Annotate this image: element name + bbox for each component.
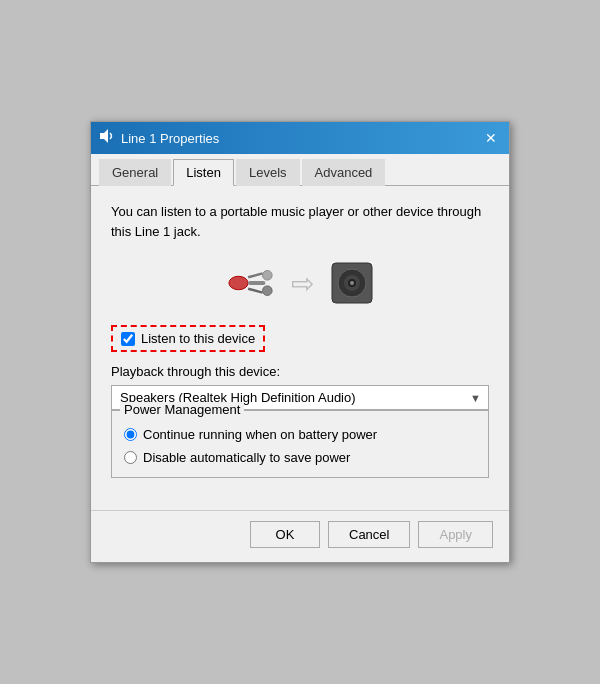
svg-line-6 — [248, 289, 262, 293]
tab-bar: General Listen Levels Advanced — [91, 154, 509, 186]
power-management-group: Power Management Continue running when o… — [111, 410, 489, 478]
listen-label[interactable]: Listen to this device — [141, 331, 255, 346]
svg-rect-2 — [248, 281, 265, 285]
speaker-icon — [330, 261, 374, 305]
radio-save[interactable] — [124, 451, 137, 464]
dialog-window: Line 1 Properties ✕ General Listen Level… — [90, 121, 510, 563]
listen-checkbox-row: Listen to this device — [111, 325, 265, 352]
svg-point-3 — [262, 271, 272, 281]
tab-general[interactable]: General — [99, 159, 171, 186]
power-management-legend: Power Management — [120, 402, 244, 417]
audio-plug-icon — [227, 263, 275, 303]
title-bar: Line 1 Properties ✕ — [91, 122, 509, 154]
tab-content: You can listen to a portable music playe… — [91, 186, 509, 510]
apply-button[interactable]: Apply — [418, 521, 493, 548]
tab-listen[interactable]: Listen — [173, 159, 234, 186]
svg-line-5 — [248, 273, 262, 277]
tab-levels[interactable]: Levels — [236, 159, 300, 186]
description-text: You can listen to a portable music playe… — [111, 202, 489, 241]
listen-checkbox[interactable] — [121, 332, 135, 346]
cancel-button[interactable]: Cancel — [328, 521, 410, 548]
tab-advanced[interactable]: Advanced — [302, 159, 386, 186]
title-bar-icon — [99, 128, 115, 148]
radio-battery-label[interactable]: Continue running when on battery power — [143, 427, 377, 442]
radio-battery[interactable] — [124, 428, 137, 441]
svg-point-4 — [262, 286, 272, 296]
button-row: OK Cancel Apply — [91, 510, 509, 562]
icon-row: ⇨ — [111, 261, 489, 305]
svg-point-1 — [228, 276, 247, 289]
playback-label: Playback through this device: — [111, 364, 489, 379]
svg-marker-0 — [100, 129, 108, 143]
radio-battery-row: Continue running when on battery power — [124, 427, 476, 442]
arrow-icon: ⇨ — [291, 267, 314, 300]
radio-save-row: Disable automatically to save power — [124, 450, 476, 465]
dialog-title: Line 1 Properties — [121, 131, 481, 146]
radio-save-label[interactable]: Disable automatically to save power — [143, 450, 350, 465]
close-button[interactable]: ✕ — [481, 128, 501, 148]
svg-point-11 — [350, 281, 354, 285]
ok-button[interactable]: OK — [250, 521, 320, 548]
